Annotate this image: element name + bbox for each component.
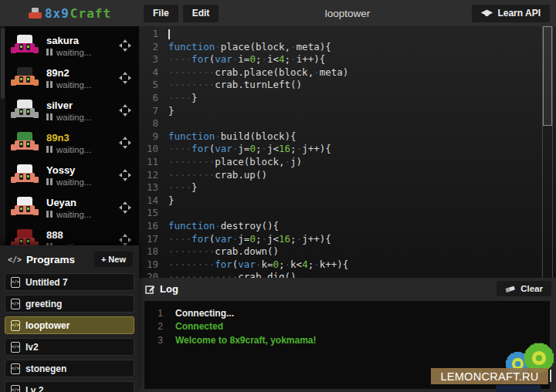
log-entry: 3 Welcome to 8x9craft, yokmama! <box>144 333 550 347</box>
move-icon[interactable] <box>119 39 131 52</box>
code-line: 20 ············crab.dig() <box>139 271 556 278</box>
file-code-icon <box>11 277 20 288</box>
move-icon[interactable] <box>119 104 131 117</box>
pause-icon <box>46 146 53 153</box>
move-icon[interactable] <box>119 201 131 214</box>
program-list-item[interactable]: greeting <box>5 295 134 313</box>
player-name: Yossy <box>46 164 91 176</box>
log-header: Log Clear <box>139 278 556 300</box>
crab-avatar-icon <box>11 196 39 219</box>
line-content: ····for(var·j=0;·j<16;·j++){ <box>168 233 556 246</box>
pause-icon <box>46 113 53 120</box>
logo-text-8x9: 8x9 <box>45 6 70 21</box>
program-name: Untitled 7 <box>25 277 68 288</box>
line-number: 5 <box>139 79 168 92</box>
code-line: 14 } <box>139 194 556 208</box>
line-number: 1 <box>139 28 168 41</box>
line-number: 17 <box>139 233 168 246</box>
line-content: function·place(block,·meta){ <box>168 41 556 54</box>
player-list-item[interactable]: 89n3 waiting... <box>0 127 139 159</box>
line-content: ········for(var·k=0;·k<4;·k++){ <box>168 259 556 272</box>
code-line: 5 ········crab.turnLeft() <box>139 79 556 92</box>
code-line: 11 ········place(block,·j) <box>139 156 556 169</box>
code-line: 16 function·destroy(){ <box>139 220 556 233</box>
code-line: 13 ····} <box>139 181 556 194</box>
line-content: ········crab.place(block,·meta) <box>168 66 556 79</box>
player-status-text: waiting... <box>56 210 91 219</box>
program-name: lv2 <box>25 342 39 353</box>
player-list: sakura waiting... 89n2 waiting... <box>0 26 139 245</box>
program-list-item[interactable]: stonegen <box>5 360 134 377</box>
line-number: 8 <box>139 117 168 130</box>
player-status-text: waiting... <box>56 145 91 154</box>
line-content: ····} <box>168 181 556 194</box>
crab-avatar-icon <box>11 66 39 90</box>
code-editor[interactable]: 1 2 function·place(block,·meta){ 3 ····f… <box>139 26 556 278</box>
file-code-icon <box>11 363 20 374</box>
line-content <box>168 117 556 130</box>
crab-avatar-icon <box>11 228 39 245</box>
programs-header: </> Programs + New <box>0 245 139 273</box>
log-entry-number: 3 <box>144 335 175 346</box>
learn-api-button[interactable]: Learn API <box>472 5 550 22</box>
program-name: looptower <box>25 320 70 331</box>
code-line: 19 ········for(var·k=0;·k<4;·k++){ <box>139 259 556 272</box>
app-window: 8x9 Craft File Edit looptower Learn API … <box>0 0 556 392</box>
code-line: 18 ········crab.down() <box>139 245 556 259</box>
line-content: ····for(var·i=0;·i<4;·i++){ <box>168 53 556 66</box>
file-code-icon <box>11 320 20 331</box>
code-line: 3 ····for(var·i=0;·i<4;·i++){ <box>139 53 556 66</box>
program-list-item[interactable]: lv2 <box>5 338 134 356</box>
line-number: 10 <box>139 143 168 156</box>
editor-scrollbar-track <box>542 26 553 278</box>
line-content: ········crab.down() <box>168 245 556 259</box>
log-entry-number: 1 <box>144 308 175 319</box>
player-list-item[interactable]: sakura waiting... <box>0 29 139 62</box>
move-icon[interactable] <box>119 72 131 84</box>
log-entry: 1 Connecting... <box>144 306 550 320</box>
player-status: waiting... <box>46 80 91 90</box>
code-line: 1 <box>139 28 556 41</box>
clear-label: Clear <box>520 284 543 293</box>
player-list-item[interactable]: Yossy waiting... <box>0 159 139 191</box>
line-content: function·destroy(){ <box>168 220 556 233</box>
code-line: 12 ········crab.up() <box>139 169 556 182</box>
program-list-item[interactable]: l v 2 <box>5 381 134 392</box>
pause-icon <box>46 49 53 56</box>
player-status: waiting... <box>46 210 91 219</box>
code-lines: 1 2 function·place(block,·meta){ 3 ····f… <box>139 26 556 278</box>
player-list-item[interactable]: Ueyan waiting... <box>0 191 139 224</box>
clear-log-button[interactable]: Clear <box>497 281 551 296</box>
line-number: 20 <box>139 271 168 278</box>
move-icon[interactable] <box>119 234 131 245</box>
line-content: } <box>168 105 556 118</box>
edit-menu-button[interactable]: Edit <box>183 5 219 22</box>
new-program-button[interactable]: + New <box>94 252 133 267</box>
player-name: Ueyan <box>46 197 91 208</box>
code-line: 8 <box>139 117 556 130</box>
player-name: 89n2 <box>46 67 91 79</box>
editor-scrollbar[interactable] <box>543 26 552 126</box>
program-list-item[interactable]: looptower <box>5 316 134 334</box>
player-list-item[interactable]: 89n2 waiting... <box>0 62 139 94</box>
program-name: l v 2 <box>25 385 43 392</box>
logo-text-craft: Craft <box>70 6 111 21</box>
line-content: ····for(var·j=0;·j<16;·j++){ <box>168 143 556 156</box>
program-list-item[interactable]: Untitled 7 <box>5 273 134 291</box>
player-list-item[interactable]: 888 waiting... <box>0 224 139 245</box>
eraser-icon <box>505 285 516 293</box>
player-list-item[interactable]: silver waiting... <box>0 94 139 127</box>
learn-api-label: Learn API <box>497 8 541 19</box>
line-number: 14 <box>139 194 168 208</box>
code-line: 4 ········crab.place(block,·meta) <box>139 66 556 79</box>
log-entry-number: 2 <box>144 321 175 332</box>
move-icon[interactable] <box>119 169 131 181</box>
player-status-text: waiting... <box>56 177 91 187</box>
player-status: waiting... <box>46 145 91 154</box>
player-name: 888 <box>46 229 91 241</box>
code-line: 9 function·build(block){ <box>139 130 556 144</box>
file-menu-button[interactable]: File <box>144 5 178 22</box>
move-icon[interactable] <box>119 137 131 149</box>
programs-panel: </> Programs + New Untitled 7 greeting l… <box>0 245 139 392</box>
player-status: waiting... <box>46 113 91 122</box>
